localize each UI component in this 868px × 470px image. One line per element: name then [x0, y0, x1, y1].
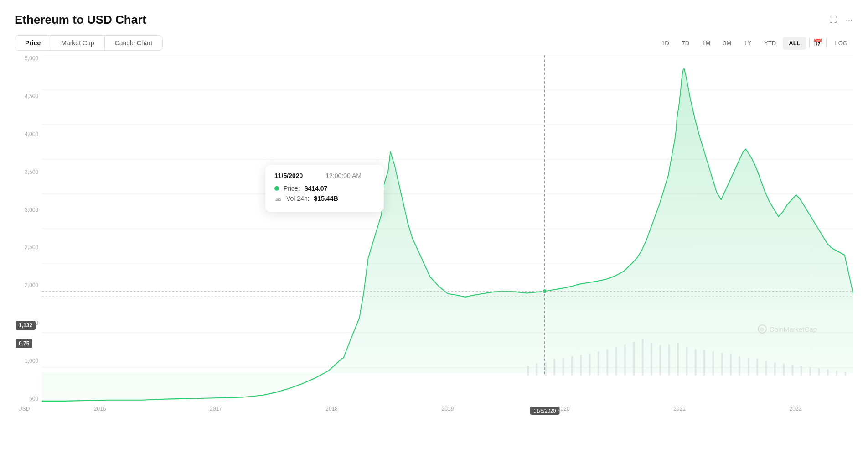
separator-2: [826, 38, 827, 48]
y-label-1000: 1,000: [15, 358, 42, 364]
header-icons: ⛶ ···: [828, 13, 853, 25]
price-tooltip: 11/5/2020 12:00:00 AM Price: $414.07: [265, 165, 384, 212]
expand-icon[interactable]: ⛶: [828, 15, 838, 25]
time-log[interactable]: LOG: [829, 37, 853, 50]
tooltip-price-label: Price:: [284, 185, 300, 192]
x-label-2022: 2022: [738, 406, 853, 412]
y-label-2000: 2,000: [15, 282, 42, 288]
time-ytd[interactable]: YTD: [758, 37, 782, 50]
x-axis: USD 2016 2017 2018 2019 2020 2021 2022: [42, 402, 853, 429]
svg-rect-51: [275, 200, 281, 201]
y-axis: 5,000 4,500 4,000 3,500 3,000 2,500 2,00…: [15, 55, 42, 402]
tooltip-vol-row: Vol 24h: $15.44B: [274, 195, 373, 202]
time-all[interactable]: ALL: [783, 37, 806, 50]
chart-area: 5,000 4,500 4,000 3,500 3,000 2,500 2,00…: [15, 55, 853, 429]
x-label-2018: 2018: [274, 406, 390, 412]
y-label-4000: 4,000: [15, 131, 42, 137]
tooltip-date: 11/5/2020: [274, 172, 303, 179]
controls-row: Price Market Cap Candle Chart 1D 7D 1M 3…: [15, 35, 853, 51]
tooltip-price-value: $414.07: [305, 185, 328, 192]
x-label-2020: 2020: [506, 406, 621, 412]
y-label-3500: 3,500: [15, 169, 42, 175]
time-3m[interactable]: 3M: [717, 37, 737, 50]
volume-icon: [274, 195, 282, 202]
tooltip-vol-label: Vol 24h:: [286, 195, 310, 202]
coinmarketcap-logo: ◎: [758, 324, 767, 334]
x-axis-usd: USD: [18, 406, 30, 412]
more-options-icon[interactable]: ···: [845, 15, 853, 25]
watermark-text: CoinMarketCap: [770, 325, 817, 333]
y-label-5000: 5,000: [15, 55, 42, 62]
time-1d[interactable]: 1D: [656, 37, 675, 50]
x-label-2017: 2017: [158, 406, 274, 412]
y-label-4500: 4,500: [15, 93, 42, 99]
y-label-2500: 2,500: [15, 244, 42, 251]
calendar-icon[interactable]: 📅: [812, 38, 823, 47]
tooltip-time: 12:00:00 AM: [326, 172, 362, 179]
x-label-2019: 2019: [390, 406, 506, 412]
y-label-500: 500: [15, 396, 42, 402]
y-label-3000: 3,000: [15, 207, 42, 213]
time-1y[interactable]: 1Y: [738, 37, 757, 50]
low-price-badge: 0.75: [16, 339, 32, 348]
tooltip-vol-value: $15.44B: [314, 195, 338, 202]
x-label-2021: 2021: [621, 406, 737, 412]
watermark: ◎ CoinMarketCap: [758, 324, 817, 334]
separator-1: [809, 38, 810, 48]
tab-price[interactable]: Price: [15, 36, 51, 50]
price-dot-icon: [274, 186, 279, 191]
time-filter-group: 1D 7D 1M 3M 1Y YTD ALL 📅 LOG: [656, 37, 853, 50]
time-7d[interactable]: 7D: [676, 37, 696, 50]
tab-market-cap[interactable]: Market Cap: [51, 36, 104, 50]
current-price-badge: 1,132: [16, 321, 36, 330]
tab-group: Price Market Cap Candle Chart: [15, 35, 163, 51]
price-chart-svg: [42, 55, 853, 402]
page-title: Ethereum to USD Chart: [15, 13, 146, 27]
x-label-2016: 2016: [42, 406, 158, 412]
tab-candle-chart[interactable]: Candle Chart: [105, 36, 163, 50]
chart-canvas: 11/5/2020 12:00:00 AM Price: $414.07: [42, 55, 853, 402]
tooltip-price-row: Price: $414.07: [274, 185, 373, 192]
tooltip-header: 11/5/2020 12:00:00 AM: [274, 172, 373, 179]
time-1m[interactable]: 1M: [696, 37, 716, 50]
